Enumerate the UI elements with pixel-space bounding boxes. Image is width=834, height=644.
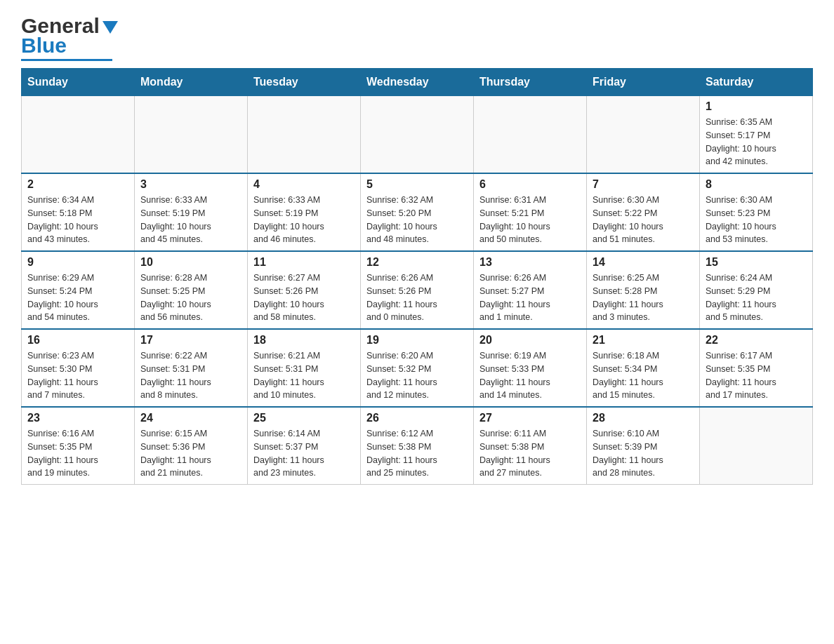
calendar-cell: 23Sunrise: 6:16 AMSunset: 5:35 PMDayligh… <box>22 407 135 485</box>
weekday-wednesday: Wednesday <box>361 69 474 96</box>
calendar-cell: 12Sunrise: 6:26 AMSunset: 5:26 PMDayligh… <box>361 251 474 329</box>
day-number: 8 <box>706 178 807 191</box>
day-info: Sunrise: 6:35 AMSunset: 5:17 PMDaylight:… <box>706 116 807 168</box>
calendar-cell: 18Sunrise: 6:21 AMSunset: 5:31 PMDayligh… <box>248 329 361 407</box>
day-number: 2 <box>27 178 128 191</box>
day-info: Sunrise: 6:16 AMSunset: 5:35 PMDaylight:… <box>27 427 128 480</box>
day-info: Sunrise: 6:27 AMSunset: 5:26 PMDaylight:… <box>253 271 355 324</box>
day-number: 3 <box>140 178 241 191</box>
logo-triangle-icon <box>102 21 118 34</box>
weekday-friday: Friday <box>587 69 700 96</box>
week-row-5: 23Sunrise: 6:16 AMSunset: 5:35 PMDayligh… <box>22 407 813 485</box>
calendar-cell: 20Sunrise: 6:19 AMSunset: 5:33 PMDayligh… <box>474 329 587 407</box>
day-info: Sunrise: 6:29 AMSunset: 5:24 PMDaylight:… <box>27 271 128 324</box>
day-info: Sunrise: 6:20 AMSunset: 5:32 PMDaylight:… <box>366 349 468 402</box>
calendar-cell: 27Sunrise: 6:11 AMSunset: 5:38 PMDayligh… <box>474 407 587 485</box>
day-info: Sunrise: 6:26 AMSunset: 5:27 PMDaylight:… <box>479 271 581 324</box>
calendar-cell: 3Sunrise: 6:33 AMSunset: 5:19 PMDaylight… <box>135 173 248 251</box>
calendar-cell: 26Sunrise: 6:12 AMSunset: 5:38 PMDayligh… <box>361 407 474 485</box>
day-info: Sunrise: 6:34 AMSunset: 5:18 PMDaylight:… <box>27 194 128 246</box>
calendar-cell <box>22 96 135 174</box>
day-number: 15 <box>706 256 807 269</box>
day-info: Sunrise: 6:15 AMSunset: 5:36 PMDaylight:… <box>140 427 241 480</box>
page-header: General Blue <box>21 14 813 61</box>
weekday-tuesday: Tuesday <box>248 69 361 96</box>
logo-blue-text: Blue <box>21 34 67 58</box>
calendar-cell: 14Sunrise: 6:25 AMSunset: 5:28 PMDayligh… <box>587 251 700 329</box>
weekday-thursday: Thursday <box>474 69 587 96</box>
day-number: 10 <box>140 256 241 269</box>
day-number: 19 <box>366 334 468 347</box>
calendar-cell: 1Sunrise: 6:35 AMSunset: 5:17 PMDaylight… <box>700 96 813 174</box>
calendar-cell: 4Sunrise: 6:33 AMSunset: 5:19 PMDaylight… <box>248 173 361 251</box>
day-number: 20 <box>479 334 581 347</box>
day-number: 22 <box>706 334 807 347</box>
day-info: Sunrise: 6:25 AMSunset: 5:28 PMDaylight:… <box>593 271 694 324</box>
day-number: 18 <box>253 334 355 347</box>
day-number: 25 <box>253 412 355 424</box>
calendar-cell: 17Sunrise: 6:22 AMSunset: 5:31 PMDayligh… <box>135 329 248 407</box>
week-row-4: 16Sunrise: 6:23 AMSunset: 5:30 PMDayligh… <box>22 329 813 407</box>
day-info: Sunrise: 6:24 AMSunset: 5:29 PMDaylight:… <box>706 271 807 324</box>
calendar-cell <box>135 96 248 174</box>
day-info: Sunrise: 6:30 AMSunset: 5:22 PMDaylight:… <box>593 194 694 246</box>
day-info: Sunrise: 6:19 AMSunset: 5:33 PMDaylight:… <box>479 349 581 402</box>
weekday-monday: Monday <box>135 69 248 96</box>
calendar-cell: 11Sunrise: 6:27 AMSunset: 5:26 PMDayligh… <box>248 251 361 329</box>
day-number: 26 <box>366 412 468 424</box>
day-info: Sunrise: 6:17 AMSunset: 5:35 PMDaylight:… <box>706 349 807 402</box>
calendar-cell: 5Sunrise: 6:32 AMSunset: 5:20 PMDaylight… <box>361 173 474 251</box>
day-info: Sunrise: 6:10 AMSunset: 5:39 PMDaylight:… <box>593 427 694 480</box>
calendar-cell <box>361 96 474 174</box>
calendar-cell: 6Sunrise: 6:31 AMSunset: 5:21 PMDaylight… <box>474 173 587 251</box>
day-number: 14 <box>593 256 694 269</box>
day-info: Sunrise: 6:22 AMSunset: 5:31 PMDaylight:… <box>140 349 241 402</box>
calendar-cell: 28Sunrise: 6:10 AMSunset: 5:39 PMDayligh… <box>587 407 700 485</box>
calendar-cell: 8Sunrise: 6:30 AMSunset: 5:23 PMDaylight… <box>700 173 813 251</box>
calendar-cell: 21Sunrise: 6:18 AMSunset: 5:34 PMDayligh… <box>587 329 700 407</box>
logo: General Blue <box>21 14 118 61</box>
day-number: 17 <box>140 334 241 347</box>
calendar-cell: 2Sunrise: 6:34 AMSunset: 5:18 PMDaylight… <box>22 173 135 251</box>
calendar-cell: 19Sunrise: 6:20 AMSunset: 5:32 PMDayligh… <box>361 329 474 407</box>
calendar-cell: 22Sunrise: 6:17 AMSunset: 5:35 PMDayligh… <box>700 329 813 407</box>
day-info: Sunrise: 6:31 AMSunset: 5:21 PMDaylight:… <box>479 194 581 246</box>
day-number: 11 <box>253 256 355 269</box>
calendar-cell: 7Sunrise: 6:30 AMSunset: 5:22 PMDaylight… <box>587 173 700 251</box>
day-number: 24 <box>140 412 241 424</box>
calendar-table: SundayMondayTuesdayWednesdayThursdayFrid… <box>21 68 813 485</box>
calendar-cell: 9Sunrise: 6:29 AMSunset: 5:24 PMDaylight… <box>22 251 135 329</box>
week-row-3: 9Sunrise: 6:29 AMSunset: 5:24 PMDaylight… <box>22 251 813 329</box>
week-row-2: 2Sunrise: 6:34 AMSunset: 5:18 PMDaylight… <box>22 173 813 251</box>
calendar-cell: 25Sunrise: 6:14 AMSunset: 5:37 PMDayligh… <box>248 407 361 485</box>
calendar-cell: 15Sunrise: 6:24 AMSunset: 5:29 PMDayligh… <box>700 251 813 329</box>
calendar-cell: 16Sunrise: 6:23 AMSunset: 5:30 PMDayligh… <box>22 329 135 407</box>
calendar-cell <box>474 96 587 174</box>
day-info: Sunrise: 6:21 AMSunset: 5:31 PMDaylight:… <box>253 349 355 402</box>
day-info: Sunrise: 6:11 AMSunset: 5:38 PMDaylight:… <box>479 427 581 480</box>
calendar-cell: 24Sunrise: 6:15 AMSunset: 5:36 PMDayligh… <box>135 407 248 485</box>
calendar-cell <box>700 407 813 485</box>
weekday-header-row: SundayMondayTuesdayWednesdayThursdayFrid… <box>22 69 813 96</box>
day-info: Sunrise: 6:28 AMSunset: 5:25 PMDaylight:… <box>140 271 241 324</box>
day-info: Sunrise: 6:33 AMSunset: 5:19 PMDaylight:… <box>253 194 355 246</box>
logo-underline <box>21 59 112 61</box>
week-row-1: 1Sunrise: 6:35 AMSunset: 5:17 PMDaylight… <box>22 96 813 174</box>
day-number: 21 <box>593 334 694 347</box>
weekday-sunday: Sunday <box>22 69 135 96</box>
calendar-cell <box>587 96 700 174</box>
day-info: Sunrise: 6:30 AMSunset: 5:23 PMDaylight:… <box>706 194 807 246</box>
day-number: 13 <box>479 256 581 269</box>
calendar-cell: 10Sunrise: 6:28 AMSunset: 5:25 PMDayligh… <box>135 251 248 329</box>
day-number: 9 <box>27 256 128 269</box>
day-info: Sunrise: 6:12 AMSunset: 5:38 PMDaylight:… <box>366 427 468 480</box>
day-info: Sunrise: 6:26 AMSunset: 5:26 PMDaylight:… <box>366 271 468 324</box>
day-number: 16 <box>27 334 128 347</box>
day-info: Sunrise: 6:18 AMSunset: 5:34 PMDaylight:… <box>593 349 694 402</box>
day-info: Sunrise: 6:23 AMSunset: 5:30 PMDaylight:… <box>27 349 128 402</box>
weekday-saturday: Saturday <box>700 69 813 96</box>
calendar-cell <box>248 96 361 174</box>
day-number: 1 <box>706 100 807 113</box>
day-info: Sunrise: 6:33 AMSunset: 5:19 PMDaylight:… <box>140 194 241 246</box>
day-info: Sunrise: 6:32 AMSunset: 5:20 PMDaylight:… <box>366 194 468 246</box>
